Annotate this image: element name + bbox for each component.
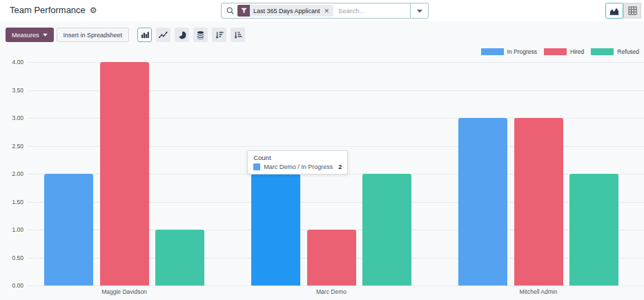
legend-swatch — [544, 48, 567, 55]
bar-mitchell-admin-refused[interactable] — [569, 174, 618, 286]
legend-label: Hired — [570, 48, 584, 55]
line-chart-button[interactable] — [156, 28, 170, 42]
chart-legend: In ProgressHiredRefused — [481, 48, 639, 55]
y-axis-tick-label: 1.00 — [3, 226, 23, 233]
legend-item-in-progress[interactable]: In Progress — [481, 48, 537, 55]
y-axis-tick-label: 2.50 — [3, 143, 23, 150]
legend-label: Refused — [617, 48, 639, 55]
y-axis-tick-label: 0.00 — [3, 282, 23, 289]
graph-view-icon — [609, 6, 619, 15]
y-axis-tick-label: 3.50 — [3, 87, 23, 94]
tooltip-series-swatch — [253, 163, 260, 170]
facet-label: Last 365 Days Applicant — [250, 5, 324, 17]
bar-marc-demo-hired[interactable] — [307, 230, 356, 286]
y-axis-tick-label: 0.50 — [3, 254, 23, 261]
sort-ascending-icon — [234, 31, 242, 39]
insert-in-spreadsheet-button[interactable]: Insert in Spreadsheet — [57, 28, 130, 42]
legend-item-refused[interactable]: Refused — [591, 48, 639, 55]
tooltip-label: Marc Demo / In Progress — [264, 163, 333, 170]
sort-ascending-button[interactable] — [231, 28, 245, 42]
bar-maggie-davidson-hired[interactable] — [100, 62, 149, 286]
bar-chart-button[interactable] — [137, 28, 152, 42]
pivot-view-icon — [628, 6, 637, 15]
search-icon — [222, 7, 237, 14]
pie-chart-button[interactable] — [175, 28, 189, 42]
sort-descending-icon — [215, 31, 224, 39]
bar-mitchell-admin-hired[interactable] — [514, 118, 563, 286]
search-input-placeholder[interactable]: Search... — [333, 7, 410, 14]
measures-button[interactable]: Measures — [6, 28, 54, 42]
y-axis-tick-label: 4.00 — [3, 59, 23, 66]
y-axis-tick-label: 2.00 — [3, 170, 23, 177]
graph-view-button[interactable] — [605, 3, 623, 19]
app-window: Team Performance ⚙ Last 365 Days Applica… — [0, 0, 644, 300]
remove-facet-icon[interactable]: ✕ — [324, 5, 334, 17]
legend-swatch — [481, 48, 504, 55]
bar-chart: In ProgressHiredRefused 4.003.503.002.50… — [0, 43, 644, 300]
stacked-toggle-button[interactable] — [193, 28, 208, 42]
bar-mitchell-admin-in-progress[interactable] — [458, 118, 507, 286]
stacked-database-icon — [197, 31, 204, 39]
bar-maggie-davidson-in-progress[interactable] — [44, 174, 93, 286]
gridline — [28, 286, 644, 286]
x-axis-category-label: Marc Demo — [290, 288, 373, 295]
bar-chart-icon — [141, 31, 149, 39]
x-axis-category-label: Mitchell Admin — [497, 288, 580, 295]
measures-label: Measures — [12, 32, 39, 39]
bar-marc-demo-refused[interactable] — [362, 174, 411, 286]
page-title: Team Performance — [10, 5, 86, 15]
sort-descending-button[interactable] — [212, 28, 226, 42]
graph-toolbar: Measures Insert in Spreadsheet — [6, 28, 246, 42]
bar-maggie-davidson-refused[interactable] — [155, 230, 204, 286]
search-bar[interactable]: Last 365 Days Applicant ✕ Search... — [221, 3, 429, 19]
chart-tooltip: Count Marc Demo / In Progress 2 — [247, 150, 348, 174]
search-dropdown-toggle[interactable] — [410, 3, 428, 18]
legend-swatch — [591, 48, 614, 55]
filter-funnel-icon — [237, 5, 250, 17]
line-chart-icon — [159, 31, 168, 39]
y-axis-tick-label: 1.50 — [3, 199, 23, 206]
x-axis-category-label: Maggie Davidson — [83, 288, 166, 295]
legend-label: In Progress — [507, 48, 537, 55]
tooltip-title: Count — [253, 154, 342, 161]
bar-marc-demo-in-progress[interactable] — [251, 174, 300, 286]
view-switcher — [605, 3, 641, 19]
y-axis-tick-label: 3.00 — [3, 114, 23, 121]
pivot-view-button[interactable] — [623, 3, 641, 19]
tooltip-value: 2 — [338, 163, 342, 170]
caret-down-icon — [43, 33, 48, 37]
settings-gear-icon[interactable]: ⚙ — [90, 6, 97, 14]
filter-facet[interactable]: Last 365 Days Applicant ✕ — [237, 5, 333, 17]
pie-chart-icon — [178, 31, 186, 39]
top-bar: Team Performance ⚙ Last 365 Days Applica… — [0, 0, 644, 21]
legend-item-hired[interactable]: Hired — [544, 48, 584, 55]
